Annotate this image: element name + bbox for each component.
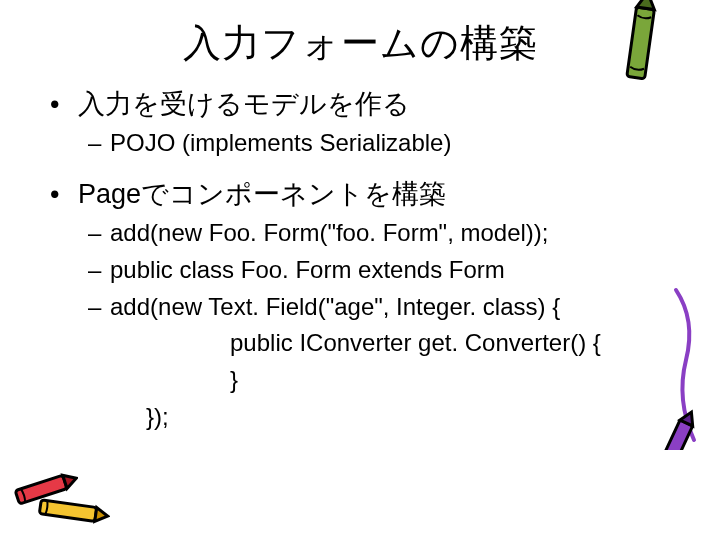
- bullet-text: 入力を受けるモデルを作る: [78, 89, 410, 119]
- crayon-icon: [620, 0, 662, 94]
- svg-marker-1: [637, 0, 657, 10]
- code-text: }: [230, 366, 238, 393]
- code-line: });: [70, 400, 660, 435]
- bullet-subtext: add(new Text. Field("age", Integer. clas…: [110, 293, 560, 320]
- bullet-level2: POJO (implements Serializable): [70, 126, 660, 161]
- bullet-subtext: public class Foo. Form extends Form: [110, 256, 505, 283]
- code-line: public IConverter get. Converter() {: [70, 326, 660, 361]
- bullet-level2: add(new Text. Field("age", Integer. clas…: [70, 290, 660, 325]
- crayon-icon: [32, 492, 110, 534]
- bullet-level2: add(new Foo. Form("foo. Form", model));: [70, 216, 660, 251]
- code-text: public IConverter get. Converter() {: [230, 329, 601, 356]
- code-text: });: [146, 403, 169, 430]
- bullet-subtext: POJO (implements Serializable): [110, 129, 451, 156]
- slide-body: 入力を受けるモデルを作る POJO (implements Serializab…: [0, 69, 720, 435]
- svg-marker-5: [63, 472, 78, 489]
- bullet-text: Pageでコンポーネントを構築: [78, 179, 446, 209]
- crayon-icon: [656, 280, 716, 454]
- bullet-level1: Pageでコンポーネントを構築: [70, 175, 660, 214]
- svg-marker-7: [95, 508, 109, 524]
- bullet-level1: 入力を受けるモデルを作る: [70, 85, 660, 124]
- bullet-level2: public class Foo. Form extends Form: [70, 253, 660, 288]
- slide: 入力フォームの構築 入力を受けるモデルを作る POJO (implements …: [0, 0, 720, 540]
- bullet-subtext: add(new Foo. Form("foo. Form", model));: [110, 219, 549, 246]
- slide-title: 入力フォームの構築: [0, 0, 720, 69]
- code-line: }: [70, 363, 660, 398]
